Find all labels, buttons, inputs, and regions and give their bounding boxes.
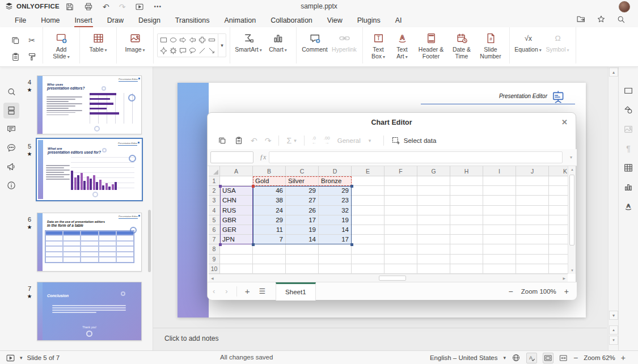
zoom-in-button[interactable]: + bbox=[621, 354, 626, 362]
about-button[interactable] bbox=[3, 177, 19, 193]
arrow-line-shape-icon[interactable] bbox=[208, 47, 216, 54]
cell[interactable] bbox=[352, 186, 385, 196]
increase-decimal-button[interactable]: .00→ bbox=[324, 136, 330, 145]
autosum-button[interactable]: Σ ▾ bbox=[286, 137, 296, 145]
chart-button[interactable]: Chart▾ bbox=[264, 31, 292, 53]
undo-button[interactable]: ↶ bbox=[103, 3, 109, 11]
language-selector[interactable]: English – United States bbox=[430, 354, 498, 361]
row-header-4[interactable]: 4 bbox=[209, 206, 220, 215]
menu-item-animation[interactable]: Animation bbox=[224, 15, 257, 26]
menu-item-plugins[interactable]: Plugins bbox=[357, 15, 381, 26]
cell[interactable]: GER bbox=[220, 225, 253, 235]
cell[interactable]: 11 bbox=[253, 225, 286, 235]
cell[interactable] bbox=[450, 235, 483, 244]
copy-button[interactable] bbox=[8, 33, 23, 48]
row-header-2[interactable]: 2 bbox=[209, 186, 220, 196]
textart-settings-button[interactable]: A bbox=[620, 198, 636, 214]
cell[interactable] bbox=[385, 225, 417, 235]
zoom-out-button[interactable]: − bbox=[509, 287, 513, 295]
cell[interactable] bbox=[352, 244, 385, 254]
grid-vertical-scrollbar[interactable]: ▲ ▼ bbox=[568, 166, 576, 274]
open-file-location-button[interactable] bbox=[576, 14, 586, 24]
cell[interactable]: JPN bbox=[220, 235, 253, 244]
column-header-F[interactable]: F bbox=[385, 166, 417, 176]
cell[interactable]: 23 bbox=[319, 196, 352, 205]
image-settings-button[interactable] bbox=[620, 121, 636, 137]
menu-item-home[interactable]: Home bbox=[40, 15, 60, 26]
chevron-down-icon[interactable]: ▾ bbox=[570, 155, 572, 160]
equation-button[interactable]: √xEquation▾ bbox=[514, 31, 542, 53]
slide-thumbnail[interactable]: Presentation EditorWho usespresentation … bbox=[37, 75, 142, 134]
cell[interactable]: 7 bbox=[253, 235, 286, 244]
cell[interactable] bbox=[385, 255, 417, 264]
cell[interactable] bbox=[352, 255, 385, 264]
cell[interactable]: Bronze bbox=[319, 176, 352, 186]
cell[interactable] bbox=[483, 225, 516, 235]
cell[interactable] bbox=[417, 206, 450, 215]
star-4-shape-icon[interactable] bbox=[160, 47, 167, 54]
cell[interactable]: CHN bbox=[220, 196, 253, 205]
row-header-8[interactable]: 8 bbox=[209, 244, 220, 254]
comment-button[interactable]: Comment bbox=[301, 31, 329, 53]
cell[interactable] bbox=[483, 176, 516, 186]
cell[interactable] bbox=[483, 196, 516, 205]
cell[interactable] bbox=[253, 244, 286, 254]
cell-name-box[interactable] bbox=[210, 151, 253, 163]
image-button[interactable]: Image▾ bbox=[121, 31, 149, 53]
start-slideshow-icon[interactable] bbox=[6, 353, 15, 363]
search-sidebar-button[interactable] bbox=[3, 84, 19, 100]
cell[interactable] bbox=[483, 186, 516, 196]
cell[interactable] bbox=[516, 264, 549, 274]
cell[interactable] bbox=[549, 264, 568, 274]
previous-sheet-button[interactable]: ‹ bbox=[208, 287, 220, 295]
cell[interactable] bbox=[516, 225, 549, 235]
cell[interactable] bbox=[385, 244, 417, 254]
cell[interactable] bbox=[352, 196, 385, 205]
cell[interactable] bbox=[385, 215, 417, 225]
slide-thumbnail[interactable]: ConclusionThank you! bbox=[37, 282, 142, 341]
oval-callout-shape-icon[interactable] bbox=[189, 47, 196, 54]
text-art-button[interactable]: AText Art▾ bbox=[391, 31, 413, 60]
plus-shape-icon[interactable] bbox=[198, 36, 206, 44]
undo-button[interactable]: ↶ bbox=[251, 137, 257, 145]
cell[interactable]: Gold bbox=[253, 176, 286, 186]
text-box-button[interactable]: TText Box▾ bbox=[367, 31, 390, 60]
cell[interactable] bbox=[417, 225, 450, 235]
table-settings-button[interactable] bbox=[620, 160, 636, 176]
column-header-H[interactable]: H bbox=[450, 166, 483, 176]
cell[interactable] bbox=[220, 244, 253, 254]
scroll-down-icon[interactable]: ▼ bbox=[571, 269, 574, 272]
cell[interactable] bbox=[450, 255, 483, 264]
close-icon[interactable]: ✕ bbox=[561, 118, 568, 126]
scroll-down-button[interactable]: ▾ bbox=[609, 311, 618, 320]
right-arrow-shape-icon[interactable] bbox=[179, 36, 187, 44]
select-all-corner[interactable] bbox=[209, 166, 220, 176]
row-header-5[interactable]: 5 bbox=[209, 215, 220, 225]
cell[interactable] bbox=[450, 244, 483, 254]
menu-item-file[interactable]: File bbox=[14, 15, 27, 26]
ellipse-shape-icon[interactable] bbox=[170, 36, 177, 44]
row-header-9[interactable]: 9 bbox=[209, 255, 220, 264]
column-header-G[interactable]: G bbox=[417, 166, 450, 176]
copy-button[interactable] bbox=[218, 136, 227, 145]
slide-thumbnail[interactable]: Presentation EditorData on the use of pr… bbox=[37, 213, 142, 272]
paragraph-settings-button[interactable]: ¶ bbox=[620, 141, 636, 156]
notes-placeholder[interactable]: Click to add notes bbox=[164, 335, 218, 342]
cell[interactable] bbox=[450, 176, 483, 186]
cell[interactable] bbox=[352, 176, 385, 186]
cell[interactable] bbox=[450, 186, 483, 196]
cell[interactable] bbox=[417, 215, 450, 225]
cell[interactable] bbox=[483, 255, 516, 264]
cell[interactable] bbox=[220, 176, 253, 186]
header-footer-button[interactable]: Header & Footer bbox=[415, 31, 447, 60]
add-sheet-button[interactable]: + bbox=[240, 287, 255, 295]
format-painter-button[interactable] bbox=[24, 49, 39, 64]
cell[interactable] bbox=[450, 196, 483, 205]
cell[interactable]: 14 bbox=[319, 225, 352, 235]
rectangle-shape-icon[interactable] bbox=[160, 36, 167, 44]
zoom-in-button[interactable]: + bbox=[564, 287, 569, 295]
cell[interactable] bbox=[253, 264, 286, 274]
redo-button[interactable]: ↷ bbox=[119, 3, 126, 11]
cell[interactable]: 32 bbox=[319, 206, 352, 215]
cell[interactable] bbox=[516, 215, 549, 225]
